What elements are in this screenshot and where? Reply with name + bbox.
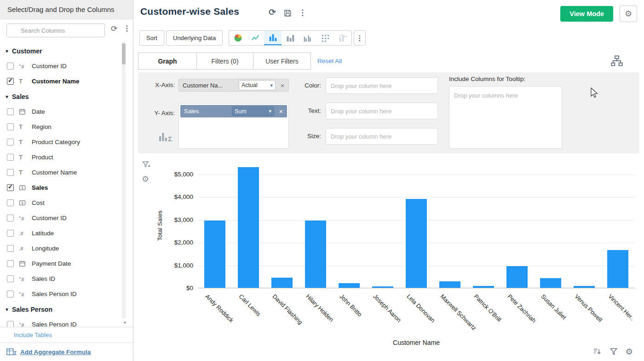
search-columns-input[interactable] (6, 23, 105, 37)
column-item[interactable]: TCustomer Name (0, 165, 121, 180)
tab-user-filters[interactable]: User Filters (253, 52, 311, 70)
text-drop-zone[interactable] (326, 103, 438, 119)
column-item[interactable]: .#Longitude (0, 241, 121, 256)
hierarchy-icon[interactable] (610, 54, 623, 67)
checkbox[interactable] (7, 154, 14, 161)
bar[interactable] (271, 278, 293, 288)
checkbox[interactable] (7, 169, 14, 176)
tab-graph[interactable]: Graph (138, 52, 197, 70)
checkbox[interactable] (7, 184, 14, 191)
chart-aggregate-icon[interactable]: Σ (158, 130, 174, 143)
column-item[interactable]: +#Sales Person ID (0, 286, 121, 302)
bar[interactable] (439, 281, 460, 288)
view-mode-button[interactable]: View Mode (560, 6, 613, 22)
chart-types-more-icon[interactable]: ⋮ (354, 30, 366, 46)
checkbox[interactable] (7, 245, 14, 252)
remove-y-axis-column-icon[interactable]: × (277, 107, 285, 115)
bar[interactable] (339, 283, 360, 288)
line-chart-icon[interactable] (247, 31, 264, 45)
checkbox[interactable] (7, 123, 14, 130)
column-item[interactable]: Date (0, 104, 121, 119)
column-item[interactable]: $Sales (0, 180, 121, 195)
report-more-options-icon[interactable]: ⋮ (299, 8, 306, 17)
checkbox[interactable] (7, 199, 14, 206)
column-item[interactable]: TProduct (0, 150, 121, 165)
bar[interactable] (238, 167, 259, 288)
chevron-down-icon[interactable]: ▾ (6, 306, 8, 313)
underlying-data-button[interactable]: Underlying Data (166, 30, 223, 46)
checkbox[interactable] (7, 230, 14, 237)
bar-chart-icon[interactable] (264, 31, 282, 45)
column-item[interactable]: TCustomer Name (0, 74, 121, 89)
bar[interactable] (540, 278, 561, 288)
section-customer[interactable]: ▾Customer (0, 43, 121, 58)
x-axis-pill[interactable]: Customer Na... Actual▾ × (178, 79, 289, 92)
chart-settings-gear-icon[interactable]: ⚙ (142, 175, 151, 184)
y-axis-aggregation-select[interactable]: Sum▾ (232, 106, 274, 116)
include-tables-link[interactable]: Include Tables (14, 332, 52, 338)
checkbox[interactable] (7, 63, 14, 70)
column-item[interactable]: .#Latitude (0, 226, 121, 241)
sidebar-scrollbar-thumb[interactable] (122, 43, 126, 64)
size-drop-zone[interactable] (326, 128, 438, 145)
tooltip-columns-drop-zone[interactable]: Drop your columns here (449, 86, 562, 149)
bar[interactable] (607, 250, 628, 288)
sidebar-more-options-icon[interactable]: ⋮ (123, 24, 131, 33)
combo-chart-icon[interactable] (334, 31, 351, 45)
section-sales[interactable]: ▾Sales (0, 89, 121, 104)
sort-order-icon[interactable] (592, 347, 602, 356)
column-item[interactable]: Payment Date (0, 256, 121, 271)
x-axis-aggregation-select[interactable]: Actual▾ (239, 80, 276, 90)
settings-button[interactable]: ⚙ (620, 6, 637, 22)
grouped-bar-chart-icon[interactable] (299, 31, 316, 45)
scatter-chart-icon[interactable] (316, 31, 334, 45)
stacked-bar-chart-icon[interactable] (282, 31, 299, 45)
column-item[interactable]: +#Customer ID (0, 58, 121, 74)
column-item[interactable]: $Cost (0, 195, 121, 210)
chevron-down-icon[interactable]: ▾ (6, 48, 8, 54)
x-tick-label: John Britto (338, 293, 363, 318)
checkbox[interactable] (7, 275, 14, 282)
column-item[interactable]: TProduct Category (0, 134, 121, 150)
add-aggregate-formula-link[interactable]: Add Aggregate Formula (20, 349, 91, 355)
checkbox[interactable] (7, 321, 14, 327)
checkbox[interactable] (7, 139, 14, 146)
scroll-down-arrow-icon[interactable]: ▾ (124, 320, 126, 325)
bar[interactable] (372, 286, 393, 288)
checkbox[interactable] (7, 108, 14, 115)
column-item[interactable]: +#Customer ID (0, 210, 121, 226)
y-axis-drop-zone[interactable]: Sales Sum▾ × (178, 103, 289, 149)
remove-x-axis-column-icon[interactable]: × (278, 82, 287, 89)
checkbox[interactable] (7, 78, 14, 85)
checkbox[interactable] (7, 260, 14, 267)
bar[interactable] (574, 286, 595, 288)
sort-button[interactable]: Sort (139, 30, 164, 46)
section-sales-person[interactable]: ▾Sales Person (0, 302, 121, 317)
chart-options-gear-icon[interactable]: ⚙ (626, 347, 633, 356)
save-icon[interactable] (283, 9, 292, 17)
decimal-column-icon: .# (19, 231, 29, 236)
bar[interactable] (305, 221, 326, 288)
bar[interactable] (406, 199, 427, 288)
bar[interactable] (204, 221, 225, 288)
refresh-report-icon[interactable]: ⟳ (269, 7, 276, 17)
checkbox[interactable] (7, 291, 14, 297)
filter-icon[interactable] (609, 347, 618, 356)
color-drop-zone[interactable] (326, 77, 438, 94)
reset-all-link[interactable]: Reset All (317, 58, 342, 64)
y-axis-pill[interactable]: Sales Sum▾ × (180, 105, 287, 117)
sidebar-scrollbar-track[interactable] (122, 41, 126, 319)
bar[interactable] (473, 286, 494, 288)
chevron-down-icon[interactable]: ▾ (6, 93, 8, 100)
aggregate-formula-icon: Σ (6, 348, 17, 356)
column-item[interactable]: +#Sales Person ID (0, 317, 121, 327)
column-item[interactable]: +#Sales ID (0, 271, 121, 286)
checkbox[interactable] (7, 215, 14, 221)
tab-filters[interactable]: Filters (0) (196, 52, 253, 70)
add-filter-icon[interactable] (142, 160, 151, 169)
bar[interactable] (506, 266, 528, 288)
refresh-columns-icon[interactable]: ⟳ (111, 24, 117, 34)
pie-chart-icon[interactable] (229, 31, 247, 45)
text-column-icon: T (19, 78, 29, 85)
column-item[interactable]: TRegion (0, 119, 121, 134)
